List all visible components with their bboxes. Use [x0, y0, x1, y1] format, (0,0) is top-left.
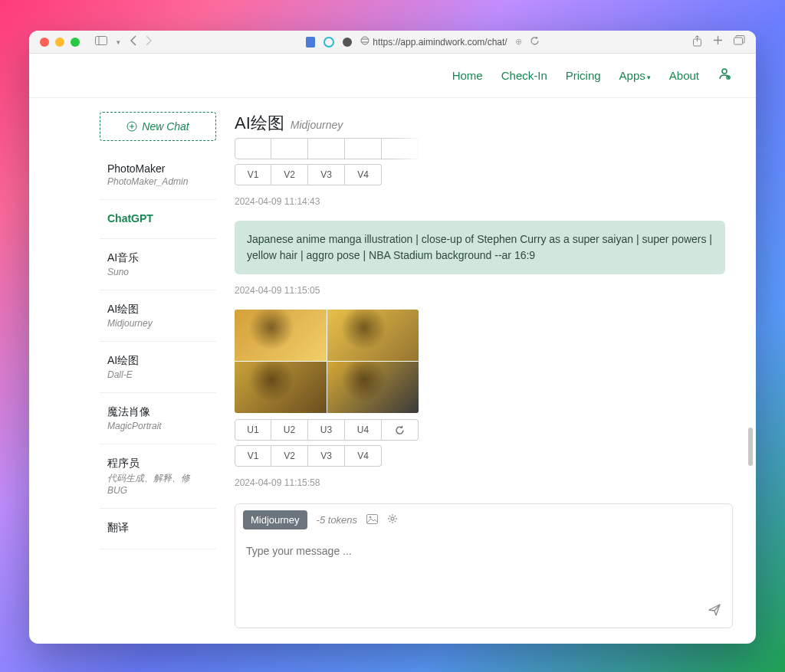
- sidebar-item-chatgpt[interactable]: ChatGPT: [100, 200, 216, 239]
- v-button-row-top: V1 V2 V3 V4: [235, 164, 725, 185]
- nav-about[interactable]: About: [669, 69, 699, 82]
- svg-point-5: [361, 37, 369, 44]
- v2-button[interactable]: V2: [271, 445, 308, 467]
- browser-window: ▾ https://app.aimindwork.com/chat/ ⊕: [29, 31, 756, 644]
- plus-circle-icon: [126, 121, 137, 132]
- chat-scroll-area[interactable]: V1 V2 V3 V4 2024-04-09 11:14:43 Japanese…: [235, 135, 733, 503]
- generated-image-4: [327, 362, 419, 413]
- site-settings-icon[interactable]: [360, 36, 370, 48]
- u4-button[interactable]: U4: [345, 419, 382, 441]
- address-bar[interactable]: https://app.aimindwork.com/chat/: [360, 36, 507, 48]
- u-button[interactable]: [308, 138, 345, 159]
- sidebar-toggle-icon[interactable]: [95, 36, 107, 48]
- nav-checkin[interactable]: Check-In: [501, 69, 547, 82]
- token-cost: -5 tokens: [317, 514, 357, 526]
- tabs-icon[interactable]: [734, 35, 745, 49]
- u-button-row-partial: [235, 138, 422, 159]
- minimize-window-button[interactable]: [55, 38, 64, 47]
- titlebar: ▾ https://app.aimindwork.com/chat/ ⊕: [29, 31, 756, 54]
- v2-button[interactable]: V2: [271, 164, 308, 185]
- message-input[interactable]: [246, 545, 721, 614]
- image-attach-icon[interactable]: [366, 514, 378, 526]
- generated-image-2: [327, 310, 419, 361]
- url-text: https://app.aimindwork.com/chat/: [373, 37, 507, 48]
- extension-icon-1[interactable]: [305, 37, 316, 48]
- sidebar-item-magicportrait[interactable]: 魔法肖像 MagicPortrait: [100, 393, 216, 444]
- u-button-row: U1 U2 U3 U4: [235, 419, 725, 441]
- svg-rect-16: [367, 514, 378, 523]
- sidebar-item-music[interactable]: AI音乐 Suno: [100, 239, 216, 290]
- svg-rect-10: [734, 38, 743, 44]
- message-input-panel: Midjourney -5 tokens: [235, 503, 733, 628]
- gear-icon[interactable]: [387, 513, 398, 526]
- v4-button[interactable]: V4: [345, 164, 382, 185]
- u-button[interactable]: [235, 138, 271, 159]
- v1-button[interactable]: V1: [235, 164, 271, 185]
- nav-apps[interactable]: Apps▾: [619, 69, 651, 82]
- refresh-button[interactable]: [382, 138, 419, 159]
- u-button[interactable]: [271, 138, 308, 159]
- v-button-row: V1 V2 V3 V4: [235, 445, 725, 467]
- traffic-lights: [40, 38, 80, 47]
- user-message: Japanese anime manga illustration | clos…: [235, 221, 725, 274]
- back-button[interactable]: [130, 35, 136, 48]
- reload-icon[interactable]: [530, 36, 540, 48]
- generated-image-grid[interactable]: [235, 310, 419, 413]
- user-icon[interactable]: [718, 67, 731, 84]
- sidebar: New Chat PhotoMaker PhotoMaker_Admin Cha…: [29, 98, 221, 644]
- translate-icon[interactable]: ⊕: [515, 37, 522, 47]
- send-button[interactable]: [708, 603, 721, 620]
- svg-rect-0: [96, 37, 107, 45]
- extension-icon-2[interactable]: [324, 37, 334, 48]
- nav-pricing[interactable]: Pricing: [566, 69, 601, 82]
- sidebar-item-midjourney[interactable]: AI绘图 Midjourney: [100, 290, 216, 342]
- forward-button[interactable]: [146, 35, 153, 48]
- new-tab-icon[interactable]: [713, 35, 723, 49]
- svg-point-17: [370, 516, 372, 518]
- generated-image-1: [235, 310, 327, 361]
- svg-point-18: [391, 517, 394, 520]
- scrollbar-thumb[interactable]: [748, 428, 753, 466]
- share-icon[interactable]: [692, 35, 702, 49]
- u1-button[interactable]: U1: [235, 419, 271, 441]
- v3-button[interactable]: V3: [308, 445, 345, 467]
- nav-home[interactable]: Home: [452, 69, 483, 82]
- maximize-window-button[interactable]: [71, 38, 80, 47]
- timestamp: 2024-04-09 11:14:43: [235, 196, 725, 207]
- regenerate-button[interactable]: [382, 419, 419, 441]
- svg-point-11: [722, 69, 727, 74]
- generated-image-3: [235, 362, 327, 413]
- u2-button[interactable]: U2: [271, 419, 308, 441]
- page-title: AI绘图 Midjourney: [235, 112, 733, 135]
- svg-rect-2: [306, 37, 315, 48]
- refresh-icon: [395, 425, 405, 435]
- sidebar-item-photomaker[interactable]: PhotoMaker PhotoMaker_Admin: [100, 150, 216, 200]
- timestamp: 2024-04-09 11:15:05: [235, 285, 725, 296]
- u-button[interactable]: [345, 138, 382, 159]
- svg-point-4: [343, 38, 352, 47]
- new-chat-button[interactable]: New Chat: [100, 112, 216, 141]
- svg-point-3: [324, 38, 333, 47]
- sidebar-item-dalle[interactable]: AI绘图 Dall-E: [100, 342, 216, 393]
- app-header: Home Check-In Pricing Apps▾ About: [29, 54, 756, 98]
- v3-button[interactable]: V3: [308, 164, 345, 185]
- extension-icon-3[interactable]: [342, 37, 353, 48]
- close-window-button[interactable]: [40, 38, 49, 47]
- u3-button[interactable]: U3: [308, 419, 345, 441]
- chevron-down-icon: ▾: [647, 74, 651, 81]
- dropdown-caret-icon[interactable]: ▾: [117, 38, 120, 46]
- v4-button[interactable]: V4: [345, 445, 382, 467]
- timestamp: 2024-04-09 11:15:58: [235, 477, 725, 488]
- sidebar-item-translate[interactable]: 翻译: [100, 509, 216, 549]
- sidebar-item-programmer[interactable]: 程序员 代码生成、解释、修BUG: [100, 444, 216, 509]
- v1-button[interactable]: V1: [235, 445, 271, 467]
- model-badge[interactable]: Midjourney: [243, 510, 307, 529]
- main-content: AI绘图 Midjourney V1 V2 V3 V4: [221, 98, 756, 644]
